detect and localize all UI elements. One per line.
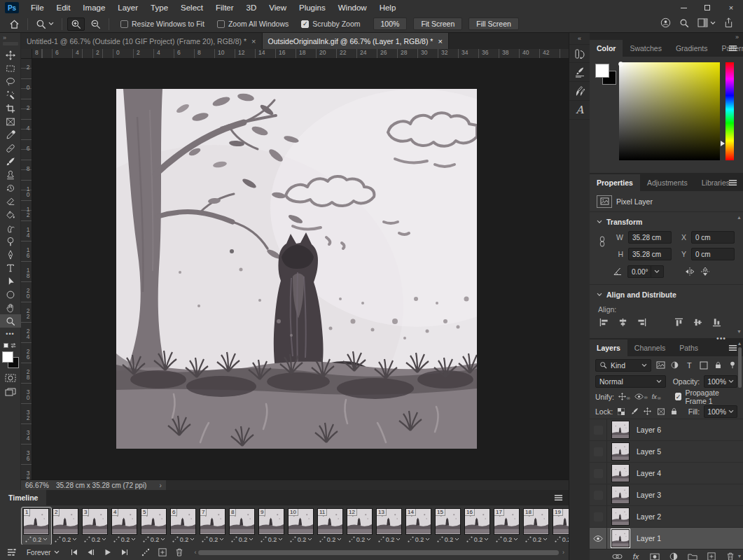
menu-item[interactable]: Image (76, 0, 111, 15)
visibility-toggle[interactable] (590, 528, 607, 549)
delete-layer-icon[interactable] (725, 551, 736, 560)
timeline-frame[interactable]: 7 0.2 (198, 507, 228, 545)
layer-thumbnail[interactable] (611, 464, 630, 482)
frame-delay-dropdown[interactable]: 0.2 (288, 535, 314, 544)
align-left-edges-icon[interactable] (599, 318, 609, 327)
timeline-frame[interactable]: 5 0.2 (139, 507, 169, 545)
layer-name[interactable]: Layer 1 (637, 534, 661, 542)
new-adjustment-layer-icon[interactable] (668, 551, 679, 560)
dodge-tool[interactable] (0, 234, 21, 248)
status-options-chevron-icon[interactable]: › (159, 482, 161, 489)
clone-stamp-tool[interactable] (0, 168, 21, 181)
object-selection-tool[interactable] (0, 88, 21, 102)
transform-section-header[interactable]: Transform (590, 212, 743, 229)
filter-toggle-icon[interactable] (728, 360, 737, 371)
foreground-background-swatches[interactable] (1, 351, 20, 370)
eye-icon[interactable] (593, 536, 603, 542)
layer-row[interactable]: Layer 1 (590, 528, 743, 549)
timeline-frame[interactable]: 13 0.2 (375, 507, 404, 545)
layer-thumbnail[interactable] (611, 529, 630, 547)
y-field[interactable]: 0 cm (691, 248, 735, 260)
pen-tool[interactable] (0, 248, 21, 261)
quick-mask-icon[interactable] (0, 371, 21, 385)
frame-delay-dropdown[interactable]: 0.2 (464, 535, 491, 544)
layer-row[interactable]: Layer 6 (590, 419, 743, 441)
panel-tab[interactable]: Gradients (669, 40, 715, 57)
frame-delay-dropdown[interactable]: 0.2 (435, 535, 461, 544)
timeline-menu-icon[interactable] (554, 494, 563, 501)
saturation-brightness-field[interactable] (619, 62, 720, 160)
scroll-left-icon[interactable]: ‹ (194, 549, 196, 556)
align-horizontal-centers-icon[interactable] (618, 318, 627, 327)
unify-style-icon[interactable]: fx∞ (652, 393, 661, 400)
filter-type-layers-icon[interactable]: T (684, 360, 694, 371)
filter-shape-layers-icon[interactable] (699, 360, 709, 371)
hand-tool[interactable] (0, 301, 21, 314)
frame-thumbnail[interactable]: 1 (23, 508, 49, 535)
frame-tool[interactable] (0, 115, 21, 128)
layer-name[interactable]: Layer 4 (637, 469, 661, 477)
flip-horizontal-icon[interactable] (685, 267, 695, 276)
frame-delay-dropdown[interactable]: 0.2 (494, 535, 520, 544)
eraser-tool[interactable] (0, 195, 21, 208)
visibility-toggle[interactable] (590, 484, 607, 505)
zoom-tool-preset-icon[interactable] (33, 18, 57, 31)
frame-delay-dropdown[interactable]: 0.2 (82, 535, 109, 544)
duplicate-frame-button[interactable] (156, 547, 169, 558)
opacity-field[interactable]: 100% (704, 375, 737, 388)
next-frame-button[interactable] (118, 547, 131, 558)
filter-smart-objects-icon[interactable] (713, 360, 723, 371)
layer-name[interactable]: Layer 5 (637, 447, 661, 456)
smudge-tool[interactable] (0, 221, 21, 234)
menu-item[interactable]: 3D (240, 0, 263, 15)
visibility-toggle[interactable] (590, 463, 607, 484)
close-icon[interactable]: × (719, 0, 743, 15)
color-panel-menu-icon[interactable] (728, 45, 737, 52)
flip-vertical-icon[interactable] (700, 267, 710, 276)
close-tab-icon[interactable]: × (251, 37, 256, 46)
frame-delay-dropdown[interactable]: 0.2 (405, 535, 432, 544)
character-panel-icon[interactable]: A (569, 101, 590, 120)
panel-tab[interactable]: Properties (590, 174, 640, 191)
align-right-edges-icon[interactable] (637, 318, 646, 327)
layer-thumbnail[interactable] (611, 507, 630, 526)
frame-delay-dropdown[interactable]: 0.2 (53, 535, 79, 544)
account-icon[interactable] (660, 18, 671, 28)
properties-panel-menu-icon[interactable] (728, 179, 737, 186)
timeline-scrollbar[interactable]: ‹ › (194, 550, 564, 556)
frame-delay-dropdown[interactable]: 0.2 (229, 535, 256, 544)
link-dimensions-icon[interactable] (599, 236, 605, 247)
play-button[interactable] (102, 547, 114, 558)
timeline-frame[interactable]: 19 0.2 (551, 507, 569, 545)
frame-thumbnail[interactable]: 18 (523, 508, 549, 535)
layer-name[interactable]: Layer 3 (637, 491, 661, 499)
zoom-in-icon[interactable] (67, 18, 85, 31)
document-tab-inactive[interactable]: Untitled-1 @ 66.7% (Outside (10 GIF Proj… (21, 33, 263, 49)
loop-count-dropdown[interactable]: Forever (27, 549, 60, 556)
align-bottom-edges-icon[interactable] (712, 318, 721, 327)
new-layer-icon[interactable] (706, 551, 717, 560)
resize-windows-checkbox[interactable]: Resize Windows to Fit (120, 20, 204, 28)
menu-item[interactable]: Plugins (293, 0, 332, 15)
paint-bucket-tool[interactable] (0, 208, 21, 221)
timeline-frame[interactable]: 17 0.2 (492, 507, 522, 545)
previous-frame-button[interactable] (85, 547, 97, 558)
timeline-frame[interactable]: 10 0.2 (286, 507, 316, 545)
foreground-color-swatch[interactable] (595, 64, 609, 78)
layer-style-icon[interactable]: fx (630, 551, 641, 560)
visibility-empty-box[interactable] (594, 447, 603, 456)
scroll-up-icon[interactable]: ▲ (737, 341, 742, 346)
menu-item[interactable]: Type (144, 0, 174, 15)
timeline-frame[interactable]: 1 0.2 (22, 507, 51, 545)
share-icon[interactable] (724, 18, 733, 28)
menu-item[interactable]: View (263, 0, 293, 15)
panel-tab[interactable]: Swatches (623, 40, 669, 57)
screen-mode-icon[interactable] (0, 385, 21, 399)
frame-delay-dropdown[interactable]: 0.2 (347, 535, 373, 544)
layer-name[interactable]: Layer 6 (637, 426, 661, 434)
visibility-empty-box[interactable] (594, 426, 603, 435)
checkbox-box[interactable]: ✓ (675, 393, 682, 400)
propagate-frame-checkbox[interactable]: ✓ Propagate Frame 1 (675, 388, 737, 405)
filter-kind-dropdown[interactable]: Kind (595, 359, 651, 372)
zoom-tool[interactable] (0, 314, 21, 328)
